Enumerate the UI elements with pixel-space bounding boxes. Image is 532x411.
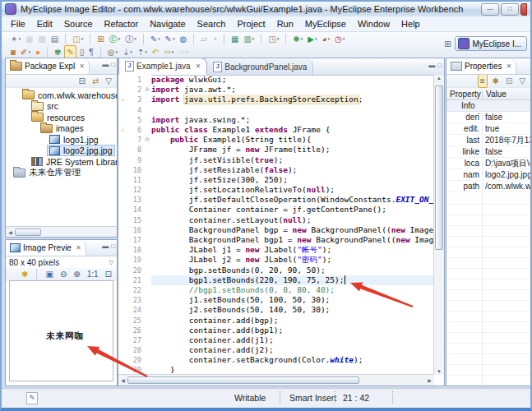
sql-editor-icon[interactable]: ▥▾ — [242, 33, 256, 45]
new-web-project-icon[interactable]: ◳▾ — [266, 33, 280, 45]
new-interface-icon[interactable]: Ⓘ▾ — [123, 33, 138, 45]
editor-horizontal-scrollbar[interactable]: ◀ ▶ — [118, 374, 434, 386]
image-palette-icon[interactable]: ◙ — [9, 46, 17, 58]
new-class-dropdown-icon[interactable]: ▾ — [118, 36, 121, 41]
code-line-26[interactable]: 26 container.add(bgp1); — [118, 326, 434, 335]
code-line-16[interactable]: 16 BackgroundPanel bgp = new BackgroundP… — [118, 225, 434, 235]
web-browser-icon[interactable]: ◍ — [178, 33, 188, 45]
property-row-linke[interactable]: linkefalse — [446, 146, 530, 158]
show-image-icon[interactable]: ▣ — [44, 268, 54, 280]
actual-size-icon[interactable]: 1:1 — [86, 268, 100, 280]
annotate-dropdown-icon[interactable]: ▾ — [28, 49, 30, 54]
tree-item-com-wlwk-warehouse[interactable]: com.wlwk.warehouse — [6, 90, 117, 101]
code-line-3[interactable]: ⚠3import java.util.prefs.BackingStoreExc… — [118, 95, 434, 104]
menu-window[interactable]: Window — [352, 17, 396, 30]
scrollbar-thumb[interactable] — [15, 229, 41, 236]
run-icon[interactable]: ▶▾ — [306, 33, 318, 45]
code-line-24[interactable]: 24 j2.setBounds(50, 140, 50, 30); — [118, 305, 434, 315]
code-line-7[interactable]: 7⊖ public Example1(String title){ — [118, 135, 434, 145]
print-icon[interactable]: ▤ — [49, 33, 60, 45]
new-wizard-dropdown-icon[interactable]: ▾ — [18, 36, 21, 41]
minimize-button-icon[interactable]: — — [481, 3, 499, 16]
debug-dropdown-icon[interactable]: ▾ — [301, 36, 303, 41]
perspective-myeclipse-button[interactable]: MyEclipse I... — [455, 36, 527, 51]
debug-icon[interactable]: ✺▾ — [291, 33, 304, 45]
menu-help[interactable]: Help — [396, 17, 426, 30]
pencil-box-icon[interactable]: ✎ — [26, 392, 38, 404]
property-category-info[interactable]: Info — [446, 100, 530, 112]
deploy-project-icon[interactable]: ▱ — [199, 33, 209, 45]
property-row-last[interactable]: last2018年7月13.. — [446, 135, 530, 146]
next-annotation-icon[interactable]: ⇣▾ — [121, 46, 134, 58]
new-class-icon[interactable]: Ⓒ▾ — [108, 33, 123, 45]
run-coverage-dropdown-icon[interactable]: ▾ — [328, 36, 331, 41]
collapse-values-icon[interactable]: ⊟ — [504, 75, 514, 87]
close-view-icon[interactable]: ✕ — [79, 62, 85, 70]
menu-file[interactable]: File — [5, 17, 31, 30]
code-line-18[interactable]: 18 JLabel j1 = new JLabel("帐号"); — [118, 245, 434, 255]
tree-item-images[interactable]: images — [6, 123, 117, 135]
close-button-icon[interactable] — [520, 3, 527, 16]
run-dropdown-icon[interactable]: ▾ — [315, 36, 317, 41]
fold-minus-icon[interactable]: ⊖ — [143, 135, 151, 145]
new-java-project-icon[interactable]: ◫▾ — [71, 33, 85, 45]
view-menu-icon[interactable]: ▽ — [517, 75, 527, 87]
back-dropdown-icon[interactable]: ▾ — [172, 49, 174, 54]
close-tab-icon[interactable]: ✕ — [196, 62, 201, 70]
project-migration-icon[interactable]: ◔ — [210, 33, 219, 45]
property-row-deri[interactable]: derifalse — [446, 112, 530, 123]
editor-vertical-scrollbar[interactable]: ▲ ▼ — [433, 75, 444, 375]
close-view-icon[interactable]: ✕ — [507, 62, 512, 70]
code-line-9[interactable]: 9 jf.setVisible(true); — [118, 155, 434, 165]
maximize-view-icon[interactable]: □ — [111, 61, 115, 68]
last-edit-location-icon[interactable]: ↶ — [150, 46, 160, 58]
minimize-editor-icon[interactable]: ▬ — [428, 62, 435, 69]
properties-tab[interactable]: Properties ✕ — [446, 59, 516, 74]
code-line-2[interactable]: 2⊖import java.awt.*; — [118, 85, 434, 95]
property-row-path[interactable]: path/com.wlwk.wa — [446, 181, 530, 192]
tree-item-7[interactable]: 未来仓库管理 — [6, 168, 117, 179]
show-advanced-icon[interactable]: ✱ — [491, 75, 501, 87]
code-line-29[interactable]: 29 container.setBackground(Color.white); — [118, 355, 434, 365]
property-row-loca[interactable]: locaD:\java项目\c.. — [446, 158, 530, 169]
code-line-10[interactable]: 10 jf.setResizable(false); — [118, 165, 434, 175]
code-line-5[interactable]: 5import javax.swing.*; — [118, 115, 434, 125]
sql-editor-dropdown-icon[interactable]: ▾ — [252, 36, 255, 41]
package-explorer-tab[interactable]: Package Expl ✕ — [6, 59, 90, 74]
tree-item-logo2-jpg-jpg[interactable]: logo2.jpg.jpg — [6, 145, 117, 157]
image-preview-tab[interactable]: Image Previe ✕ — [6, 241, 86, 256]
zoom-out-icon[interactable]: ⊖ — [58, 268, 68, 280]
minimize-view-icon[interactable]: ▬ — [102, 242, 109, 250]
tree-item-src[interactable]: src — [6, 101, 117, 113]
externalize-strings-icon[interactable]: ✾ — [53, 46, 62, 58]
code-line-11[interactable]: 11 jf.setSize(300, 250); — [118, 175, 434, 185]
fold-minus-icon[interactable]: ⊖ — [143, 85, 151, 95]
tree-horizontal-scrollbar[interactable]: ◀ — [6, 226, 117, 237]
scroll-left-icon[interactable]: ◀ — [6, 229, 15, 235]
code-line-15[interactable]: 15 container.setLayout(null); — [118, 215, 434, 225]
code-line-28[interactable]: 28 container.add(j2); — [118, 345, 434, 355]
code-line-8[interactable]: 8 JFrame jf = new JFrame(title); — [118, 145, 434, 155]
new-wizard-icon[interactable]: ✶▾ — [9, 33, 22, 45]
database-explorer-icon[interactable]: ▦ — [229, 33, 240, 45]
scroll-right-icon[interactable]: ▶ — [425, 377, 434, 383]
show-whitespace-icon[interactable]: ¶ — [87, 46, 95, 58]
menu-myeclipse[interactable]: MyEclipse — [299, 17, 352, 30]
search-icon[interactable]: ◎▾ — [106, 46, 119, 58]
new-servlet-icon[interactable]: ✎▾ — [149, 33, 162, 45]
profile-dropdown-icon[interactable]: ▾ — [343, 36, 345, 41]
search-dropdown-icon[interactable]: ▾ — [115, 49, 118, 54]
property-row-nam[interactable]: namlogo2.jpg.jpg — [446, 169, 530, 181]
tab-example1-java[interactable]: JExample1.java✕ — [118, 58, 207, 75]
tree-item-resources[interactable]: resources — [6, 112, 117, 123]
new-interface-dropdown-icon[interactable]: ▾ — [134, 36, 136, 41]
menu-source[interactable]: Source — [58, 17, 99, 30]
view-menu-icon[interactable]: ▽ — [109, 260, 113, 266]
tab-backgroundpanel-java[interactable]: JBackgroundPanel.java — [207, 59, 313, 75]
scroll-up-icon[interactable]: ▲ — [434, 76, 444, 81]
open-perspective-icon[interactable]: ⊞ — [444, 39, 451, 48]
web-service-icon[interactable]: ● — [34, 46, 42, 58]
scrollbar-thumb[interactable] — [127, 376, 359, 384]
scroll-down-icon[interactable]: ▼ — [434, 369, 444, 374]
next-annotation-dropdown-icon[interactable]: ▾ — [130, 49, 132, 54]
